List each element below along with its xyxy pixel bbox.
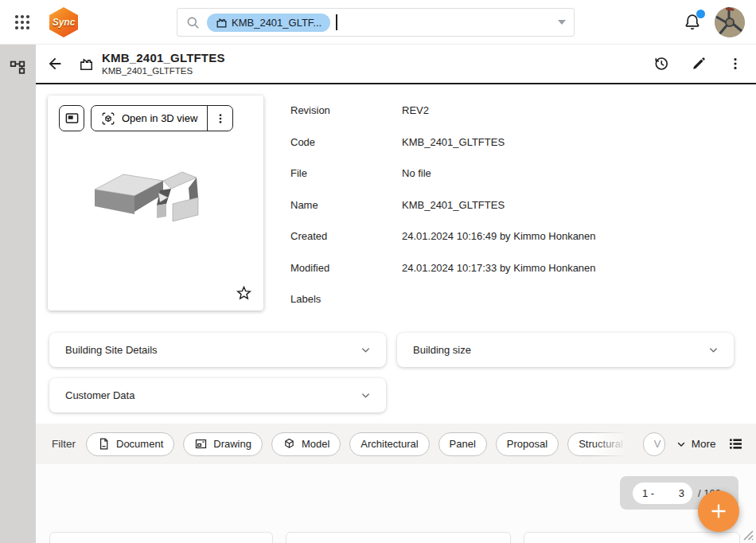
model-thumbnail[interactable] xyxy=(92,166,220,234)
section-title: Building Site Details xyxy=(65,344,158,356)
chip-label: Drawing xyxy=(213,438,251,450)
back-arrow-icon xyxy=(46,55,64,72)
details-list: Revision REV2 Code KMB_2401_GLTFTES File… xyxy=(290,95,744,315)
result-card[interactable] xyxy=(524,532,740,543)
detail-row: Labels xyxy=(290,283,744,315)
chip-label: Document xyxy=(116,438,163,450)
detail-label: Code xyxy=(290,136,402,148)
pencil-icon xyxy=(691,56,707,72)
app-window: Sync KMB_2401_GLTF... xyxy=(0,0,756,543)
filter-chip-structural[interactable]: Structural xyxy=(567,432,634,456)
more-filters-button[interactable]: More xyxy=(676,438,716,450)
results-area: 1 - 3 / 109 xyxy=(36,464,756,543)
result-card[interactable] xyxy=(49,532,273,543)
search-filter-chip[interactable]: KMB_2401_GLTF... xyxy=(207,14,330,32)
detail-value: No file xyxy=(402,167,431,179)
result-card[interactable] xyxy=(286,532,511,543)
topbar: Sync KMB_2401_GLTF... xyxy=(0,0,756,45)
detail-label: Labels xyxy=(290,293,402,305)
more-label: More xyxy=(692,438,716,450)
filter-label: Filter xyxy=(52,438,76,450)
preview-card: Open in 3D view xyxy=(48,96,263,311)
detail-value: KMB_2401_GLTFTES xyxy=(402,199,505,211)
detail-value: 24.01.2024 10:17:33 by Kimmo Honkanen xyxy=(402,262,596,274)
kebab-icon xyxy=(214,112,227,125)
back-button[interactable] xyxy=(46,55,64,72)
chip-building-icon xyxy=(216,17,228,29)
detail-row: Modified 24.01.2024 10:17:33 by Kimmo Ho… xyxy=(290,252,744,284)
detail-row: Created 24.01.2024 10:16:49 by Kimmo Hon… xyxy=(290,221,744,252)
plus-icon xyxy=(708,501,729,522)
notification-badge xyxy=(696,10,705,18)
preview-pip-button[interactable] xyxy=(59,105,84,131)
view-list-icon xyxy=(727,436,744,452)
cube-icon xyxy=(283,437,296,451)
section-customer-data[interactable]: Customer Data xyxy=(49,378,386,412)
chevron-down-icon xyxy=(707,344,719,356)
kebab-icon xyxy=(727,56,743,72)
hierarchy-icon xyxy=(9,58,26,76)
filter-chip-drawing[interactable]: Drawing xyxy=(183,432,263,456)
avatar[interactable] xyxy=(715,7,745,37)
sync-logo[interactable]: Sync xyxy=(49,7,78,37)
history-button[interactable] xyxy=(651,53,672,74)
detail-row: File No file xyxy=(290,158,744,189)
search-icon xyxy=(185,15,201,30)
chip-label: Panel xyxy=(450,438,476,450)
document-icon xyxy=(97,437,111,451)
view-list-button[interactable] xyxy=(727,436,744,452)
page-title: KMB_2401_GLTFTES xyxy=(102,51,225,64)
open-3d-view-split-button: Open in 3D view xyxy=(91,105,233,131)
chevron-down-icon xyxy=(676,439,687,450)
filter-chip-model[interactable]: Model xyxy=(271,432,341,456)
section-title: Building size xyxy=(413,344,471,356)
detail-label: Created xyxy=(290,230,402,242)
favorite-button[interactable] xyxy=(236,284,252,301)
page-header: KMB_2401_GLTFTES KMB_2401_GLTFTES xyxy=(36,45,756,84)
chip-label: Proposal xyxy=(507,438,548,450)
sidebar-item-hierarchy[interactable] xyxy=(9,57,27,76)
sync-logo-text: Sync xyxy=(53,17,76,28)
avatar-photo xyxy=(715,7,745,37)
range-end: 3 xyxy=(679,487,684,499)
section-building-size[interactable]: Building size xyxy=(397,333,734,367)
filter-bar: Filter Document Drawing Model Architectu… xyxy=(36,424,756,464)
chevron-down-icon xyxy=(360,344,372,356)
filter-chip-partial[interactable]: V xyxy=(643,432,665,456)
notifications-button[interactable] xyxy=(683,12,703,33)
filter-chip-document[interactable]: Document xyxy=(86,432,174,456)
chip-label: Architectural xyxy=(360,438,418,450)
apps-grid-button[interactable] xyxy=(13,13,32,32)
detail-label: File xyxy=(290,167,402,179)
header-actions xyxy=(651,53,756,74)
detail-value: KMB_2401_GLTFTES xyxy=(402,136,505,148)
chip-label: V xyxy=(654,438,661,450)
edit-button[interactable] xyxy=(689,54,708,73)
page-title-block: KMB_2401_GLTFTES KMB_2401_GLTFTES xyxy=(102,51,225,76)
detail-row: Code KMB_2401_GLTFTES xyxy=(290,127,744,158)
detail-value: 24.01.2024 10:16:49 by Kimmo Honkanen xyxy=(402,230,596,242)
detail-row: Name KMB_2401_GLTFTES xyxy=(290,189,744,221)
detail-label: Modified xyxy=(290,262,402,274)
open-3d-view-button[interactable]: Open in 3D view xyxy=(92,106,207,131)
filter-chip-proposal[interactable]: Proposal xyxy=(496,432,559,456)
filter-chip-architectural[interactable]: Architectural xyxy=(349,432,429,456)
picture-in-picture-icon xyxy=(64,111,80,126)
more-menu-button[interactable] xyxy=(726,54,745,73)
search-bar[interactable]: KMB_2401_GLTF... xyxy=(177,8,575,37)
detail-value: REV2 xyxy=(402,104,429,116)
detail-label: Revision xyxy=(290,104,402,116)
page-subtitle: KMB_2401_GLTFTES xyxy=(102,66,225,76)
search-dropdown-icon[interactable] xyxy=(558,20,566,25)
filter-chip-panel[interactable]: Panel xyxy=(438,432,487,456)
chip-label: Model xyxy=(302,438,329,450)
section-building-site-details[interactable]: Building Site Details xyxy=(49,333,386,367)
pagination-range-input[interactable]: 1 - 3 xyxy=(633,482,692,504)
preview-more-button[interactable] xyxy=(207,106,232,131)
view-in-ar-icon xyxy=(101,111,115,126)
search-chip-label: KMB_2401_GLTF... xyxy=(232,17,321,29)
add-button[interactable] xyxy=(698,490,739,532)
detail-row: Revision REV2 xyxy=(290,95,744,127)
resize-handle-icon[interactable] xyxy=(738,525,754,541)
range-start: 1 - xyxy=(642,487,654,499)
